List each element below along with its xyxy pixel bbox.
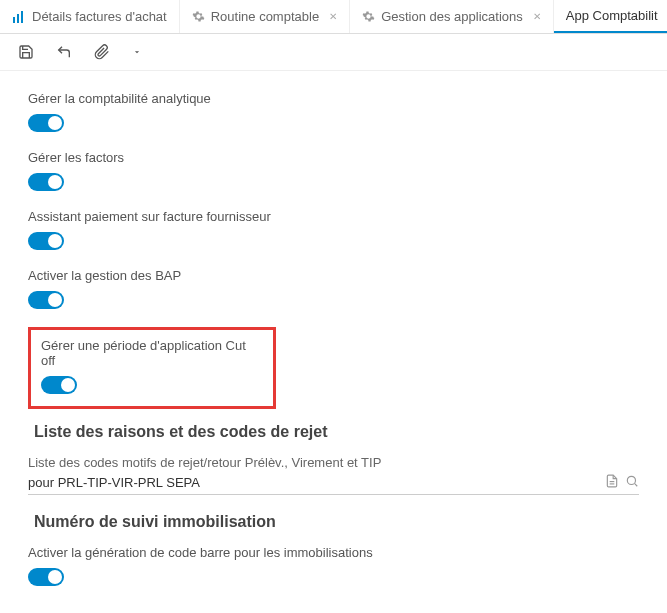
- setting-label: Activer la gestion des BAP: [28, 268, 639, 283]
- undo-icon[interactable]: [56, 44, 72, 60]
- setting-factors: Gérer les factors: [28, 150, 639, 191]
- toggle-factors[interactable]: [28, 173, 64, 191]
- tab-details-factures[interactable]: Détails factures d'achat: [0, 0, 180, 33]
- svg-rect-0: [13, 17, 15, 23]
- toggle-knob: [61, 378, 75, 392]
- field-input-row: pour PRL-TIP-VIR-PRL SEPA: [28, 474, 639, 495]
- save-icon[interactable]: [18, 44, 34, 60]
- close-icon[interactable]: ✕: [329, 11, 337, 22]
- setting-label: Gérer la comptabilité analytique: [28, 91, 639, 106]
- toggle-knob: [48, 175, 62, 189]
- svg-rect-2: [21, 11, 23, 23]
- tab-label: App Comptabilit: [566, 8, 658, 23]
- chevron-down-icon[interactable]: [132, 47, 142, 57]
- toolbar: [0, 34, 667, 71]
- toggle-knob: [48, 570, 62, 584]
- toggle-knob: [48, 116, 62, 130]
- toggle-knob: [48, 293, 62, 307]
- close-icon[interactable]: ✕: [533, 11, 541, 22]
- field-label: Liste des codes motifs de rejet/retour P…: [28, 455, 639, 470]
- toggle-assistant-paiement[interactable]: [28, 232, 64, 250]
- setting-label: Gérer les factors: [28, 150, 639, 165]
- gear-icon: [362, 10, 375, 23]
- tab-app-comptabilite[interactable]: App Comptabilit: [554, 0, 667, 33]
- toggle-knob: [48, 234, 62, 248]
- setting-assistant-paiement: Assistant paiement sur facture fournisse…: [28, 209, 639, 250]
- tab-bar: Détails factures d'achat Routine comptab…: [0, 0, 667, 34]
- settings-panel: Gérer la comptabilité analytique Gérer l…: [0, 71, 667, 613]
- svg-rect-1: [17, 14, 19, 23]
- toggle-cutoff[interactable]: [41, 376, 77, 394]
- field-rejection-codes: Liste des codes motifs de rejet/retour P…: [28, 455, 639, 495]
- toggle-analytic[interactable]: [28, 114, 64, 132]
- toggle-bap[interactable]: [28, 291, 64, 309]
- setting-analytic: Gérer la comptabilité analytique: [28, 91, 639, 132]
- setting-label: Activer la génération de code barre pour…: [28, 545, 639, 560]
- highlight-cutoff: Gérer une période d'application Cut off: [28, 327, 276, 409]
- svg-line-6: [635, 484, 638, 487]
- svg-point-5: [627, 476, 635, 484]
- tab-label: Détails factures d'achat: [32, 9, 167, 24]
- tab-routine-comptable[interactable]: Routine comptable ✕: [180, 0, 350, 33]
- setting-cutoff: Gérer une période d'application Cut off: [41, 338, 263, 394]
- tab-gestion-applications[interactable]: Gestion des applications ✕: [350, 0, 554, 33]
- bar-chart-icon: [12, 10, 26, 24]
- gear-icon: [192, 10, 205, 23]
- setting-label: Gérer une période d'application Cut off: [41, 338, 263, 368]
- setting-label: Assistant paiement sur facture fournisse…: [28, 209, 639, 224]
- section-title-immobilisation: Numéro de suivi immobilisation: [34, 513, 639, 531]
- search-icon[interactable]: [625, 474, 639, 491]
- tab-label: Gestion des applications: [381, 9, 523, 24]
- rejection-codes-value[interactable]: pour PRL-TIP-VIR-PRL SEPA: [28, 475, 605, 490]
- field-icons: [605, 474, 639, 491]
- tab-label: Routine comptable: [211, 9, 319, 24]
- attachment-icon[interactable]: [94, 44, 110, 60]
- section-title-rejection: Liste des raisons et des codes de rejet: [34, 423, 639, 441]
- toggle-barcode[interactable]: [28, 568, 64, 586]
- document-icon[interactable]: [605, 474, 619, 491]
- setting-barcode: Activer la génération de code barre pour…: [28, 545, 639, 586]
- setting-bap: Activer la gestion des BAP: [28, 268, 639, 309]
